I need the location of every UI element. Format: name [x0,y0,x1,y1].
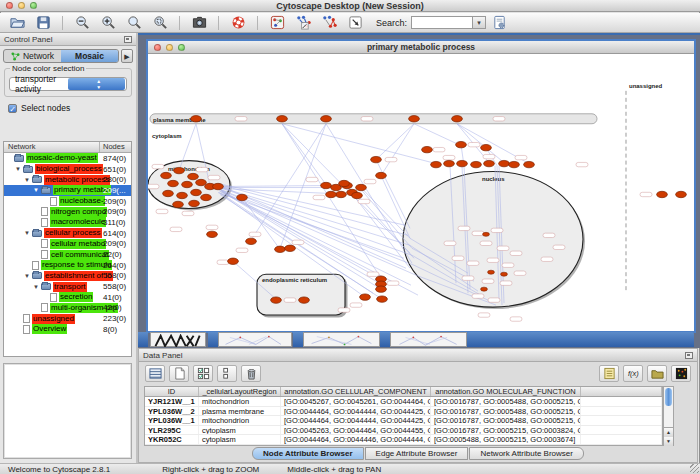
network-node[interactable] [326,191,337,197]
select-nodes-checkbox[interactable]: ✓ [8,104,17,113]
tab-network[interactable]: Network [4,50,61,62]
vizmapper-button[interactable] [265,14,289,32]
background-window-thumbnail[interactable] [218,332,292,347]
network-node[interactable] [191,116,202,122]
network-node-small[interactable] [488,270,495,274]
network-node[interactable] [456,141,467,147]
open-session-button[interactable] [5,14,29,32]
network-node[interactable] [444,160,455,166]
tree-row[interactable]: nitrogen compo209(0) [4,206,131,217]
tree-row[interactable]: secretion41(0) [4,292,131,303]
attribute-table-button[interactable] [145,365,165,382]
network-edge[interactable] [282,124,436,164]
tree-row[interactable]: ▼cellular process614(0) [4,228,131,239]
network-canvas[interactable]: plasma membranecytoplasmmitochondrionnuc… [148,54,694,331]
save-session-button[interactable] [31,14,55,32]
table-cell[interactable]: [GO:0016787, GO:0005488, GO:0005215, G..… [431,407,581,416]
layout-tool-b-button[interactable] [317,14,341,32]
table-cell[interactable] [581,426,662,435]
scroll-up-button[interactable]: ▲ [664,428,673,437]
table-cell[interactable] [581,416,662,425]
network-node[interactable] [360,294,371,300]
network-node[interactable] [484,160,495,166]
network-node[interactable] [188,173,199,179]
compartment-nucleus[interactable] [403,172,583,308]
tab-mosaic[interactable]: Mosaic [61,50,118,62]
background-window-thumbnail[interactable] [303,332,380,347]
network-node[interactable] [277,116,288,122]
float-panel-icon[interactable] [685,352,693,359]
select-attributes-button[interactable] [193,365,213,382]
network-edge[interactable] [414,124,461,146]
attribute-editor-button[interactable] [599,365,619,382]
table-cell[interactable] [581,397,662,406]
tree-row[interactable]: multi-organism pro42(0) [4,303,131,314]
tree-column-nodes[interactable]: Nodes [100,142,125,152]
table-cell[interactable]: YJR121W__1 [145,397,199,406]
search-options-button[interactable] [487,14,511,32]
network-node[interactable] [189,200,200,206]
network-node[interactable] [271,297,282,303]
table-cell[interactable] [581,445,662,446]
table-cell[interactable]: plasma membrane [199,407,281,416]
network-node[interactable] [376,172,387,178]
table-row[interactable]: YKR052Ccytoplasm[GO:0044464, GO:0044446,… [145,435,662,445]
scroll-down-button[interactable]: ▼ [664,437,673,446]
table-scrollbar[interactable]: ▲ ▼ [663,386,674,446]
network-node[interactable] [356,184,367,190]
tree-expander-icon[interactable]: ▼ [24,177,32,183]
help-button[interactable] [226,14,250,32]
background-window-thumbnail[interactable] [390,332,467,347]
table-cell[interactable]: [GO:0045263, GO:0044464, GO:0044455, G..… [281,426,431,435]
snapshot-button[interactable] [187,14,211,32]
network-node[interactable] [524,161,535,167]
table-row[interactable]: YDR039C__1mitochondrion[GO:0044464, GO:0… [145,445,662,446]
table-cell[interactable]: [GO:0044464, GO:0044444, GO:0044425, G..… [281,416,431,425]
background-window-border[interactable] [208,332,218,347]
background-window-border[interactable] [293,332,303,347]
float-panel-icon[interactable] [124,36,132,43]
zoom-in-button[interactable] [96,14,120,32]
table-cell[interactable]: YLR295C [145,426,199,435]
table-row[interactable]: YLR295Ccytoplasm[GO:0045263, GO:0044464,… [145,426,662,436]
network-node[interactable] [201,194,212,200]
network-node[interactable] [246,238,257,244]
network-node[interactable] [285,245,296,251]
import-attributes-button[interactable] [647,365,667,382]
network-node[interactable] [409,116,420,122]
network-node[interactable] [509,161,520,167]
network-edge[interactable] [376,124,414,160]
network-node[interactable] [182,181,193,187]
tree-expander-icon[interactable]: ▼ [33,187,41,193]
background-window-thumbnail[interactable] [150,332,206,347]
network-node[interactable] [676,191,687,197]
network-node[interactable] [422,146,433,152]
network-node[interactable] [196,179,207,185]
network-node[interactable] [452,116,463,122]
table-cell[interactable]: [GO:0016787, GO:0005215, GO:0003824, G..… [431,426,581,435]
birds-eye-view[interactable] [3,363,132,459]
network-edge[interactable] [220,190,381,280]
network-node[interactable] [376,286,387,292]
table-column-header[interactable]: annotation.GO CELLULAR_COMPONENT [281,387,431,396]
network-node[interactable] [168,180,179,186]
tab-node-attribute-browser[interactable]: Node Attribute Browser [252,447,364,460]
table-column-header[interactable]: _cellularLayoutRegion [199,387,281,396]
network-node[interactable] [481,144,492,150]
background-window-border[interactable] [138,332,148,347]
network-edge[interactable] [282,124,326,185]
network-edge[interactable] [381,124,414,176]
network-node[interactable] [173,201,184,207]
network-node[interactable] [377,296,388,302]
network-node[interactable] [457,160,468,166]
tree-row[interactable]: ▼biological_process651(0) [4,164,131,175]
node-color-dropdown[interactable]: transporter activity ▲▼ [9,77,127,91]
network-node[interactable] [237,194,248,200]
network-node[interactable] [207,231,218,237]
table-row[interactable]: YPL036W__1mitochondrion[GO:0044464, GO:0… [145,416,662,426]
network-edge[interactable] [220,190,416,276]
tree-expander-icon[interactable]: ▼ [24,273,32,279]
tree-row[interactable]: ▼establishment of lo558(0) [4,271,131,282]
table-cell[interactable]: mitochondrion [199,445,281,446]
zoom-out-button[interactable] [70,14,94,32]
